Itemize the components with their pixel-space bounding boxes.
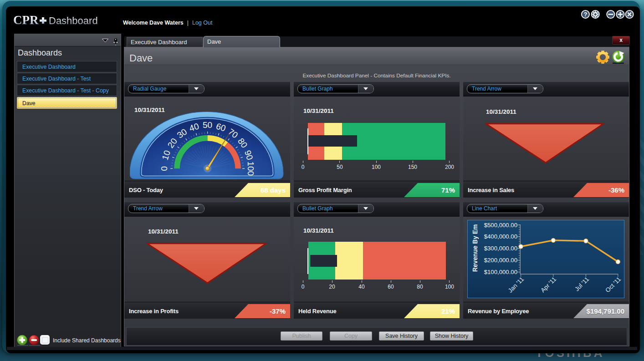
svg-text:Revenue By Em: Revenue By Em [472,224,479,272]
svg-text:50: 50 [203,120,212,130]
svg-text:$500,000.00: $500,000.00 [484,222,517,229]
svg-text:0: 0 [159,166,169,171]
svg-text:$400,000.00: $400,000.00 [484,233,517,240]
svg-text:?: ? [583,11,587,18]
svg-text:$200,000.00: $200,000.00 [484,257,517,264]
svg-text:$100,000.00: $100,000.00 [484,269,517,275]
svg-text:100: 100 [246,161,256,176]
svg-text:$300,000.00: $300,000.00 [484,245,517,252]
